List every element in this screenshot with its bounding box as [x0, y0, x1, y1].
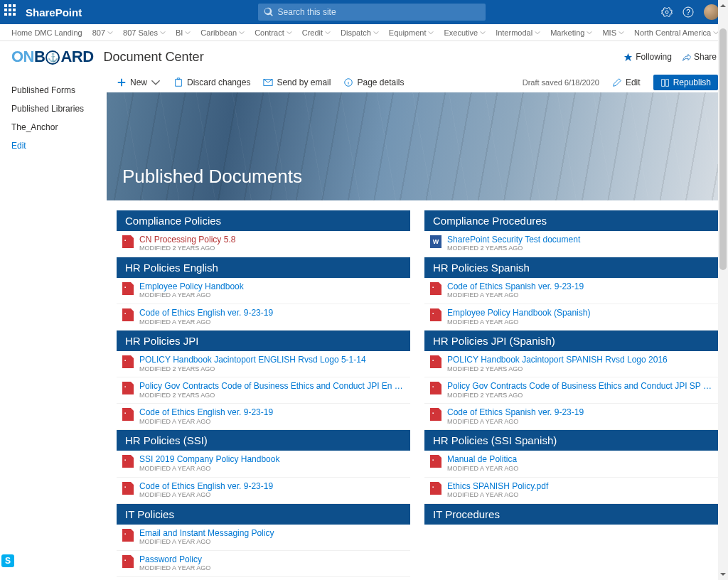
section-header: HR Policies English	[117, 257, 410, 278]
document-row[interactable]: Policy Gov Contracts Code of Business Et…	[424, 377, 718, 404]
pdf-icon	[430, 408, 441, 421]
search-box[interactable]	[258, 4, 486, 21]
nav-item[interactable]: Intermodal	[491, 27, 545, 38]
republish-button[interactable]: Republish	[653, 75, 718, 90]
new-button[interactable]: New	[117, 77, 161, 87]
document-title: SSI 2019 Company Policy Handbook	[139, 454, 405, 464]
page-details-button[interactable]: Page details	[343, 77, 404, 87]
search-input[interactable]	[278, 7, 480, 17]
chevron-down-icon	[587, 30, 592, 36]
chevron-down-icon	[239, 30, 245, 36]
pdf-icon	[122, 555, 134, 568]
chevron-down-icon	[535, 30, 540, 36]
star-icon	[623, 53, 633, 62]
document-row[interactable]: CN Processing Policy 5.8MODIFIED 2 YEARS…	[117, 231, 410, 257]
chevron-down-icon	[151, 77, 161, 87]
document-row[interactable]: SSI 2019 Company Policy HandbookMODIFIED…	[117, 451, 410, 477]
document-meta: MODIFIED 2 YEARS AGO	[447, 245, 712, 253]
scroll-up-icon[interactable]	[718, 0, 728, 11]
discard-button[interactable]: Discard changes	[173, 77, 250, 87]
document-row[interactable]: POLICY Handbook Jacintoport ENGLISH Rvsd…	[117, 351, 410, 377]
nav-item[interactable]: Executive	[439, 27, 490, 38]
pdf-icon	[122, 308, 134, 321]
chevron-down-icon	[480, 30, 486, 36]
site-title[interactable]: Document Center	[104, 50, 204, 65]
pdf-icon	[430, 308, 441, 321]
leftnav-item[interactable]: Published Forms	[11, 81, 95, 100]
nav-item[interactable]: Dispatch	[336, 27, 383, 38]
info-icon	[343, 77, 353, 87]
book-icon	[660, 78, 670, 87]
chevron-down-icon	[428, 30, 434, 36]
document-row[interactable]: Employee Policy Handbook (Spanish)MODIFI…	[424, 304, 718, 331]
document-row[interactable]: Remote Access PolicyMODIFIED A YEAR AGO	[117, 577, 410, 580]
document-meta: MODIFIED 2 YEARS AGO	[139, 392, 405, 400]
scroll-thumb[interactable]	[719, 28, 727, 270]
section-header: HR Policies (SSI Spanish)	[424, 430, 718, 451]
app-launcher-icon[interactable]	[4, 4, 20, 20]
nav-item[interactable]: BI	[171, 27, 195, 38]
document-row[interactable]: SharePoint Security Test documentMODIFIE…	[424, 231, 718, 257]
document-meta: MODIFIED A YEAR AGO	[447, 465, 712, 473]
site-logo[interactable]: ONB⚓ARD	[11, 48, 94, 66]
scrollbar[interactable]	[718, 0, 728, 580]
pdf-icon	[122, 408, 134, 421]
nav-item[interactable]: Caribbean	[196, 27, 249, 38]
help-icon[interactable]: ?	[682, 6, 694, 18]
document-title: Code of Ethics Spanish ver. 9-23-19	[447, 281, 712, 291]
document-title: Code of Ethics Spanish ver. 9-23-19	[447, 407, 712, 417]
edit-button[interactable]: Edit	[612, 77, 641, 87]
leftnav-item[interactable]: Published Libraries	[11, 100, 95, 118]
nav-item[interactable]: Contract	[250, 27, 296, 38]
nav-item[interactable]: MIS	[598, 27, 628, 38]
chevron-down-icon	[160, 30, 166, 36]
avatar[interactable]	[704, 4, 719, 20]
nav-item[interactable]: 807	[88, 27, 117, 38]
section-header: Compliance Policies	[117, 210, 410, 231]
document-row[interactable]: Manual de PoliticaMODIFIED A YEAR AGO	[424, 451, 718, 477]
nav-item[interactable]: Credit	[298, 27, 335, 38]
leftnav-edit[interactable]: Edit	[11, 136, 95, 155]
document-row[interactable]: Code of Ethics English ver. 9-23-19MODIF…	[117, 478, 410, 504]
share-button[interactable]: Share	[682, 52, 717, 62]
document-row[interactable]: POLICY Handbook Jacintoport SPANISH Rvsd…	[424, 351, 718, 377]
document-title: Policy Gov Contracts Code of Business Et…	[447, 381, 712, 391]
document-row[interactable]: Password PolicyMODIFIED A YEAR AGO	[117, 551, 410, 577]
word-icon	[430, 235, 441, 248]
document-row[interactable]: Ethics SPANISH Policy.pdfMODIFIED A YEAR…	[424, 478, 718, 504]
left-column: Compliance PoliciesCN Processing Policy …	[117, 210, 410, 580]
document-row[interactable]: Code of Ethics English ver. 9-23-19MODIF…	[117, 404, 410, 430]
document-meta: MODIFIED A YEAR AGO	[447, 291, 712, 300]
following-button[interactable]: Following	[623, 52, 672, 62]
document-row[interactable]: Code of Ethics English ver. 9-23-19MODIF…	[117, 304, 410, 331]
scroll-down-icon[interactable]	[718, 569, 728, 580]
nav-item[interactable]: North Central America	[630, 27, 723, 38]
section-header: Compliance Procedures	[424, 210, 718, 231]
document-row[interactable]: Policy Gov Contracts Code of Business Et…	[117, 377, 410, 404]
document-row[interactable]: Email and Instant Messaging PolicyMODIFI…	[117, 525, 410, 551]
document-title: Manual de Politica	[447, 454, 712, 464]
command-bar: New Discard changes Send by email Page d…	[107, 72, 728, 92]
section-header: HR Policies JPI	[117, 331, 410, 351]
nav-item[interactable]: Equipment	[385, 27, 439, 38]
section-header: HR Policies Spanish	[424, 257, 718, 278]
section-header: HR Policies JPI (Spanish)	[424, 331, 718, 351]
document-meta: MODIFIED A YEAR AGO	[139, 491, 405, 500]
gear-icon[interactable]	[661, 6, 673, 18]
nav-item[interactable]: Home DMC Landing	[7, 27, 87, 38]
document-row[interactable]: Code of Ethics Spanish ver. 9-23-19MODIF…	[424, 404, 718, 430]
chevron-down-icon	[185, 30, 191, 36]
nav-item[interactable]: Marketing	[546, 27, 596, 38]
document-meta: MODIFIED 2 YEARS AGO	[447, 392, 712, 400]
send-email-button[interactable]: Send by email	[263, 77, 331, 87]
document-row[interactable]: Code of Ethics Spanish ver. 9-23-19MODIF…	[424, 278, 718, 304]
pdf-icon	[430, 355, 441, 368]
draft-status: Draft saved 6/18/2020	[523, 78, 599, 87]
pdf-icon	[430, 482, 441, 495]
document-meta: MODIFIED A YEAR AGO	[139, 418, 405, 426]
suite-name[interactable]: SharePoint	[26, 6, 82, 18]
leftnav-item[interactable]: The_Anchor	[11, 118, 95, 136]
skype-icon[interactable]: S	[1, 554, 14, 567]
document-row[interactable]: Employee Policy HandbookMODIFIED A YEAR …	[117, 278, 410, 304]
nav-item[interactable]: 807 Sales	[119, 27, 170, 38]
